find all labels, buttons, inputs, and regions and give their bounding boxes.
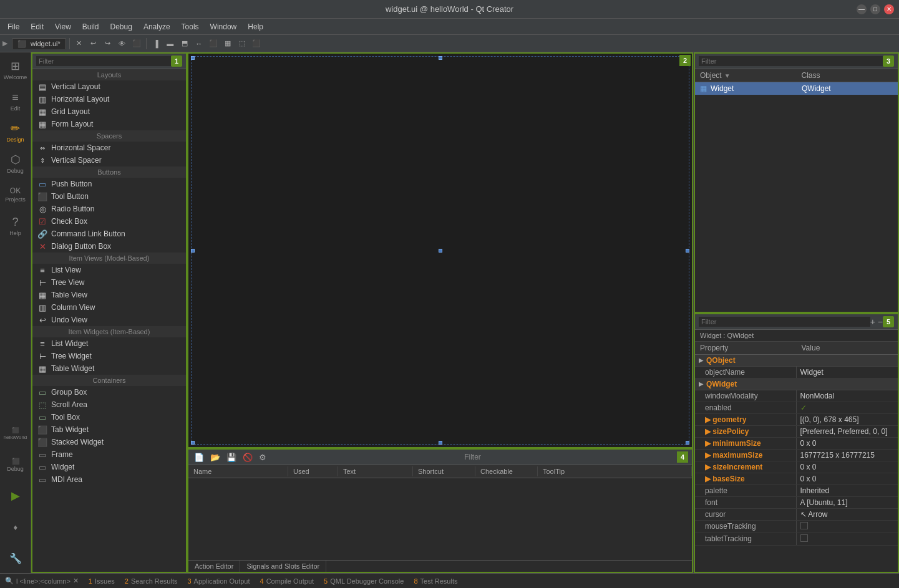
activity-debug[interactable]: ⬡ Debug [2,148,29,178]
widget-widget[interactable]: ▭ Widget [32,461,186,473]
maximize-button[interactable]: □ [870,4,880,14]
activity-design[interactable]: ✏ Design [2,117,29,147]
activity-hello[interactable]: ⬛ helloWorld [2,418,29,448]
prop-section-qwidget[interactable]: ▶ QWidget [695,378,898,390]
menu-debug[interactable]: Debug [105,21,137,32]
status-search-results[interactable]: 2 Search Results [125,577,178,585]
tab-action-editor[interactable]: Action Editor [188,561,240,572]
menu-window[interactable]: Window [205,21,242,32]
property-add-btn[interactable]: + [870,317,875,327]
design-canvas[interactable]: 2 [187,52,693,448]
prop-value-minimumSize[interactable]: 0 x 0 [797,438,898,449]
prop-value-maximumSize[interactable]: 16777215 x 16777215 [797,450,898,461]
toolbar-btn-12[interactable]: ⬛ [250,37,263,50]
activity-debug2[interactable]: ⬛ Debug [2,450,29,480]
activity-help[interactable]: ? Help [2,211,29,241]
bottom-btn-open[interactable]: 📂 [208,452,222,463]
prop-section-qobject[interactable]: ▶ QObject [695,355,898,367]
design-tab[interactable]: ⬛ widget.ui* [12,38,66,49]
menu-file[interactable]: File [2,21,24,32]
widget-push-button[interactable]: ▭ Push Button [32,178,186,190]
prop-value-enabled[interactable]: ✓ [797,402,898,413]
menu-tools[interactable]: Tools [177,21,204,32]
widget-table-widget[interactable]: ▦ Table Widget [32,362,186,375]
widget-horizontal-spacer[interactable]: ⇔ Horizontal Spacer [32,142,186,154]
prop-value-sizeIncrement[interactable]: 0 x 0 [797,461,898,473]
toolbar-btn-3[interactable]: 👁 [116,37,129,50]
widget-tree-widget[interactable]: ⊢ Tree Widget [32,350,186,362]
widget-vertical-layout[interactable]: ▤ Vertical Layout [32,80,186,93]
widget-list-view[interactable]: ≡ List View [32,264,186,276]
widget-tool-box[interactable]: ▭ Tool Box [32,411,186,423]
widget-table-view[interactable]: ▦ Table View [32,289,186,301]
widget-command-link-button[interactable]: 🔗 Command Link Button [32,228,186,240]
minimize-button[interactable]: — [857,4,867,14]
status-search[interactable]: 🔍 l <line>:<column> ✕ [5,577,79,585]
activity-projects[interactable]: OK Projects [2,180,29,210]
object-row-widget[interactable]: ▦ Widget QWidget [695,82,898,95]
widget-check-box[interactable]: ☑ Check Box [32,215,186,228]
prop-value-palette[interactable]: Inherited [797,485,898,496]
toolbar-btn-1[interactable]: ↩ [87,37,100,50]
resize-handle-tm[interactable] [439,56,442,60]
resize-handle-tl[interactable] [191,56,195,60]
widget-frame[interactable]: ▭ Frame [32,448,186,461]
menu-edit[interactable]: Edit [26,21,49,32]
widget-vertical-spacer[interactable]: ⇕ Vertical Spacer [32,154,186,166]
activity-settings[interactable]: 🔧 [2,543,29,573]
status-issues[interactable]: 1 Issues [89,577,115,585]
resize-handle-mc[interactable] [439,249,442,253]
resize-handle-br[interactable] [686,441,689,445]
widget-scroll-area[interactable]: ⬚ Scroll Area [32,398,186,411]
resize-handle-mr[interactable] [686,249,689,253]
prop-value-font[interactable]: A [Ubuntu, 11] [797,497,898,508]
prop-value-geometry[interactable]: [(0, 0), 678 x 465] [797,414,898,425]
activity-welcome[interactable]: ⊞ Welcome [2,55,29,85]
widget-tool-button[interactable]: ⬛ Tool Button [32,190,186,203]
activity-edit[interactable]: ≡ Edit [2,86,29,116]
prop-value-windowModality[interactable]: NonModal [797,390,898,402]
status-search-clear[interactable]: ✕ [73,577,79,585]
status-app-output[interactable]: 3 Application Output [187,577,250,585]
toolbar-btn-11[interactable]: ⬚ [236,37,248,50]
prop-value-tabletTracking[interactable] [797,533,898,545]
widget-grid-layout[interactable]: ▦ Grid Layout [32,105,186,118]
prop-value-sizePolicy[interactable]: [Preferred, Preferred, 0, 0] [797,426,898,437]
activity-run[interactable]: ▶ [2,481,29,511]
widget-dialog-button-box[interactable]: ✕ Dialog Button Box [32,240,186,253]
toolbar-btn-10[interactable]: ▦ [221,37,234,50]
widget-tab-widget[interactable]: ⬛ Tab Widget [32,423,186,436]
status-qml[interactable]: 5 QML Debugger Console [324,577,404,585]
resize-handle-ml[interactable] [191,249,195,253]
toolbar-btn-4[interactable]: ⬛ [130,37,143,50]
toolbar-btn-2[interactable]: ↪ [102,37,114,50]
bottom-btn-save[interactable]: 💾 [225,452,238,463]
widget-radio-button[interactable]: ◎ Radio Button [32,203,186,215]
widget-tree-view[interactable]: ⊢ Tree View [32,276,186,289]
bottom-btn-delete[interactable]: 🚫 [241,452,255,463]
widget-mdi-area[interactable]: ▭ MDI Area [32,473,186,486]
toolbar-btn-7[interactable]: ⬒ [178,37,191,50]
widget-filter-input[interactable] [36,56,171,66]
widget-stacked-widget[interactable]: ⬛ Stacked Widget [32,436,186,448]
property-remove-btn[interactable]: − [878,317,883,327]
widget-form-layout[interactable]: ▦ Form Layout [32,118,186,130]
resize-handle-bl[interactable] [191,441,195,445]
property-filter-input[interactable] [699,317,870,327]
toolbar-btn-close[interactable]: ✕ [73,37,85,50]
menu-view[interactable]: View [50,21,76,32]
prop-value-objectname[interactable]: Widget [797,367,898,378]
bottom-btn-new[interactable]: 📄 [192,452,206,463]
widget-list-widget[interactable]: ≡ List Widget [32,337,186,350]
prop-value-baseSize[interactable]: 0 x 0 [797,473,898,484]
menu-build[interactable]: Build [77,21,104,32]
close-button[interactable]: ✕ [884,4,894,14]
toolbar-btn-9[interactable]: ⬛ [207,37,220,50]
menu-analyze[interactable]: Analyze [138,21,175,32]
status-test[interactable]: 8 Test Results [414,577,457,585]
prop-value-mouseTracking[interactable] [797,521,898,533]
widget-group-box[interactable]: ▭ Group Box [32,386,186,398]
widget-horizontal-layout[interactable]: ▥ Horizontal Layout [32,93,186,105]
tab-signals-slots[interactable]: Signals and Slots Editor [240,561,326,572]
widget-undo-view[interactable]: ↩ Undo View [32,314,186,326]
